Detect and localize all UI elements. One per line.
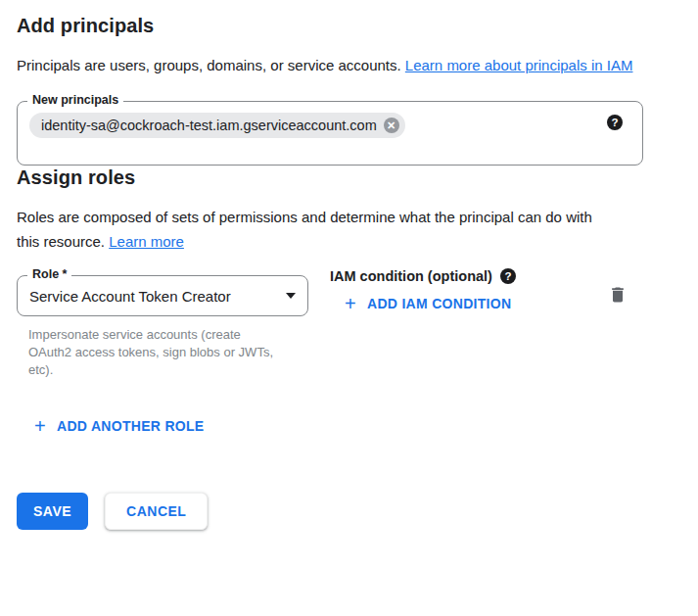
add-principals-panel: Add principals Principals are users, gro… (0, 0, 698, 530)
add-another-role-button[interactable]: + ADD ANOTHER ROLE (34, 418, 205, 434)
principal-chip-text: identity-sa@cockroach-test.iam.gservicea… (41, 118, 377, 133)
trash-icon (608, 285, 628, 305)
plus-icon: + (34, 418, 46, 434)
principals-description-text: Principals are users, groups, domains, o… (17, 57, 405, 73)
principals-help-icon[interactable]: ? (607, 115, 623, 130)
principal-chip: identity-sa@cockroach-test.iam.gservicea… (29, 113, 405, 138)
add-another-role-label: ADD ANOTHER ROLE (57, 418, 205, 434)
page-title: Add principals (17, 14, 643, 37)
role-select[interactable]: Role * Service Account Token Creator (17, 275, 308, 316)
iam-condition-column: IAM condition (optional) ? + ADD IAM CON… (330, 268, 516, 314)
role-select-value: Service Account Token Creator (29, 288, 231, 305)
learn-more-principals-link[interactable]: Learn more about principals in IAM (405, 57, 633, 73)
role-helper-text: Impersonate service accounts (create OAu… (28, 326, 275, 379)
role-select-label: Role * (27, 267, 71, 281)
delete-role-column (608, 285, 628, 308)
dropdown-arrow-icon (286, 293, 296, 299)
iam-condition-label: IAM condition (optional) (330, 268, 492, 284)
plus-icon: + (345, 296, 356, 311)
role-assignment-row: Role * Service Account Token Creator Imp… (17, 275, 643, 379)
add-iam-condition-label: ADD IAM CONDITION (367, 296, 511, 311)
add-iam-condition-button[interactable]: + ADD IAM CONDITION (345, 296, 511, 311)
principals-description: Principals are users, groups, domains, o… (17, 53, 643, 77)
dialog-actions: SAVE CANCEL (17, 493, 643, 530)
save-button[interactable]: SAVE (17, 493, 88, 530)
iam-condition-label-row: IAM condition (optional) ? (330, 268, 516, 284)
learn-more-roles-link[interactable]: Learn more (109, 233, 184, 250)
new-principals-label: New principals (27, 93, 123, 107)
cancel-button[interactable]: CANCEL (105, 493, 208, 530)
assign-roles-title: Assign roles (17, 166, 643, 189)
roles-description: Roles are composed of sets of permission… (17, 205, 594, 254)
role-column: Role * Service Account Token Creator Imp… (17, 275, 308, 379)
delete-role-button[interactable] (608, 285, 628, 305)
chip-remove-icon[interactable]: ✕ (384, 118, 399, 133)
iam-condition-help-icon[interactable]: ? (500, 268, 516, 284)
roles-description-text: Roles are composed of sets of permission… (17, 209, 592, 250)
new-principals-field[interactable]: New principals identity-sa@cockroach-tes… (17, 101, 643, 166)
